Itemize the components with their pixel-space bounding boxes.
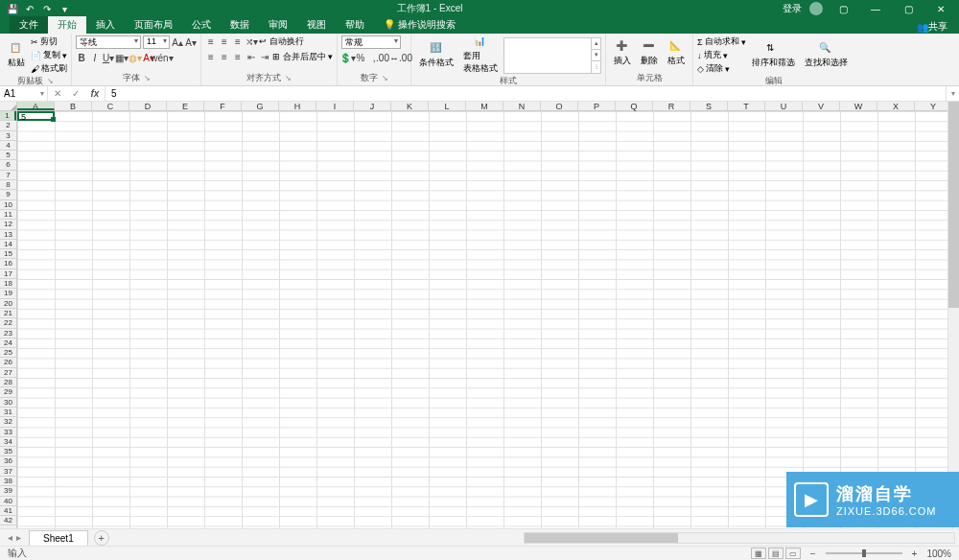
table-format-button[interactable]: 📊 套用 表格格式 <box>459 35 502 75</box>
row-header-26[interactable]: 26 <box>0 358 16 367</box>
row-header-33[interactable]: 33 <box>0 428 16 437</box>
col-header-A[interactable]: A <box>17 102 55 110</box>
row-header-20[interactable]: 20 <box>0 299 16 309</box>
add-sheet-button[interactable]: + <box>94 530 109 546</box>
row-header-24[interactable]: 24 <box>0 338 16 348</box>
name-box[interactable]: A1 <box>0 86 48 101</box>
row-header-8[interactable]: 8 <box>0 180 16 190</box>
row-header-16[interactable]: 16 <box>0 259 16 268</box>
indent-decrease-icon[interactable]: ⇤ <box>246 52 257 63</box>
row-header-34[interactable]: 34 <box>0 437 16 447</box>
indent-increase-icon[interactable]: ⇥ <box>259 52 270 63</box>
row-header-14[interactable]: 14 <box>0 240 16 249</box>
bold-button[interactable]: B <box>76 52 87 63</box>
percent-icon[interactable]: % <box>355 52 366 63</box>
undo-icon[interactable]: ↶ <box>23 2 36 15</box>
row-header-31[interactable]: 31 <box>0 408 16 417</box>
vertical-scrollbar[interactable] <box>947 102 959 514</box>
row-header-42[interactable]: 42 <box>0 516 16 525</box>
row-header-1[interactable]: 1 <box>0 111 16 121</box>
row-header-22[interactable]: 22 <box>0 318 16 328</box>
decrease-decimal-icon[interactable]: ←.00 <box>395 52 407 63</box>
border-button[interactable]: ▦▾ <box>116 52 128 63</box>
align-bottom-icon[interactable]: ≡ <box>232 36 244 48</box>
number-launcher-icon[interactable]: ↘ <box>382 74 388 82</box>
row-header-21[interactable]: 21 <box>0 309 16 318</box>
col-header-C[interactable]: C <box>92 102 129 110</box>
col-header-G[interactable]: G <box>242 102 279 110</box>
user-avatar-icon[interactable] <box>809 2 823 15</box>
col-header-T[interactable]: T <box>728 102 765 110</box>
conditional-format-button[interactable]: 🔢 条件格式 <box>415 42 457 69</box>
row-header-19[interactable]: 19 <box>0 289 16 298</box>
row-header-9[interactable]: 9 <box>0 190 16 199</box>
row-header-2[interactable]: 2 <box>0 121 16 130</box>
cancel-icon[interactable]: ✕ <box>54 88 61 99</box>
delete-cells-button[interactable]: ➖ 删除 <box>637 40 662 67</box>
gallery-down-icon[interactable]: ▾ <box>592 50 600 61</box>
qat-dropdown-icon[interactable]: ▾ <box>58 2 71 15</box>
underline-button[interactable]: U▾ <box>103 52 114 63</box>
col-header-I[interactable]: I <box>316 102 354 110</box>
fill-button[interactable]: ↓填充 ▾ <box>697 49 746 61</box>
cell-styles-gallery[interactable]: ▴ ▾ ⁝ <box>503 37 601 74</box>
col-header-U[interactable]: U <box>765 102 803 110</box>
page-layout-view-icon[interactable]: ▤ <box>768 548 784 559</box>
horizontal-scrollbar[interactable] <box>524 532 955 544</box>
cells-area[interactable]: 5 <box>17 111 959 528</box>
row-header-29[interactable]: 29 <box>0 387 16 397</box>
col-header-N[interactable]: N <box>503 102 541 110</box>
format-cells-button[interactable]: 📐 格式 <box>664 40 689 67</box>
row-header-13[interactable]: 13 <box>0 230 16 240</box>
col-header-B[interactable]: B <box>55 102 92 110</box>
currency-icon[interactable]: 💲▾ <box>341 52 353 63</box>
copy-button[interactable]: 📄复制 ▾ <box>31 49 67 61</box>
row-header-17[interactable]: 17 <box>0 269 16 279</box>
font-size-select[interactable]: 11 <box>143 35 170 49</box>
gallery-more-icon[interactable]: ⁝ <box>592 61 600 72</box>
row-header-36[interactable]: 36 <box>0 456 16 466</box>
active-cell[interactable]: 5 <box>17 111 55 121</box>
align-right-icon[interactable]: ≡ <box>232 52 244 63</box>
row-header-32[interactable]: 32 <box>0 417 16 427</box>
cut-button[interactable]: ✂剪切 <box>31 35 67 48</box>
row-header-12[interactable]: 12 <box>0 220 16 229</box>
row-header-25[interactable]: 25 <box>0 348 16 358</box>
sheet-tab-1[interactable]: Sheet1 <box>29 530 88 546</box>
find-select-button[interactable]: 🔍 查找和选择 <box>801 42 852 69</box>
col-header-P[interactable]: P <box>578 102 616 110</box>
ribbon-display-icon[interactable]: ▢ <box>830 2 855 15</box>
row-header-23[interactable]: 23 <box>0 329 16 338</box>
align-middle-icon[interactable]: ≡ <box>219 36 230 48</box>
col-header-V[interactable]: V <box>803 102 840 110</box>
row-header-41[interactable]: 41 <box>0 506 16 516</box>
row-header-11[interactable]: 11 <box>0 210 16 220</box>
enter-icon[interactable]: ✓ <box>72 88 80 99</box>
row-header-38[interactable]: 38 <box>0 477 16 486</box>
tab-formulas[interactable]: 公式 <box>182 16 221 34</box>
zoom-slider[interactable] <box>826 552 902 554</box>
col-header-K[interactable]: K <box>391 102 429 110</box>
col-header-O[interactable]: O <box>541 102 578 110</box>
sheet-prev-icon[interactable]: ◂ <box>8 532 12 543</box>
number-format-select[interactable]: 常规 <box>341 35 401 49</box>
normal-view-icon[interactable]: ▦ <box>751 548 766 559</box>
wrap-text-button[interactable]: ↩ 自动换行 <box>259 35 304 48</box>
clipboard-launcher-icon[interactable]: ↘ <box>47 77 54 85</box>
row-header-30[interactable]: 30 <box>0 398 16 408</box>
row-header-37[interactable]: 37 <box>0 467 16 477</box>
align-center-icon[interactable]: ≡ <box>219 52 230 63</box>
tab-review[interactable]: 审阅 <box>259 16 297 34</box>
save-icon[interactable]: 💾 <box>6 2 19 15</box>
format-painter-button[interactable]: 🖌格式刷 <box>31 62 67 75</box>
paste-button[interactable]: 📋 粘贴 <box>4 42 29 69</box>
tab-layout[interactable]: 页面布局 <box>125 16 182 34</box>
col-header-M[interactable]: M <box>466 102 503 110</box>
tab-home[interactable]: 开始 <box>48 16 86 34</box>
fill-handle[interactable] <box>51 117 56 122</box>
col-header-X[interactable]: X <box>877 102 915 110</box>
user-name[interactable]: 登录 <box>783 2 802 15</box>
zoom-out-icon[interactable]: − <box>810 548 816 559</box>
tab-data[interactable]: 数据 <box>221 16 259 34</box>
formula-input[interactable]: 5 <box>105 86 946 101</box>
